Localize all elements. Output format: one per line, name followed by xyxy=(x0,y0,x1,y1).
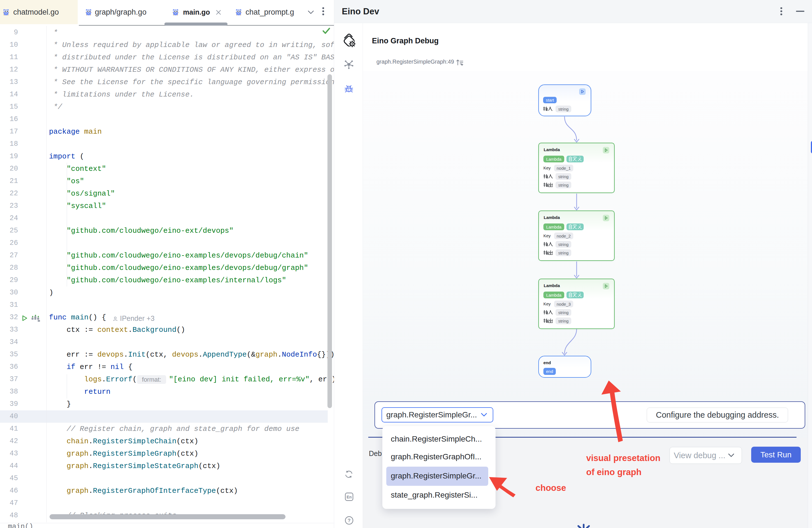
svg-text:En: En xyxy=(347,495,352,499)
svg-text:?: ? xyxy=(348,518,350,523)
